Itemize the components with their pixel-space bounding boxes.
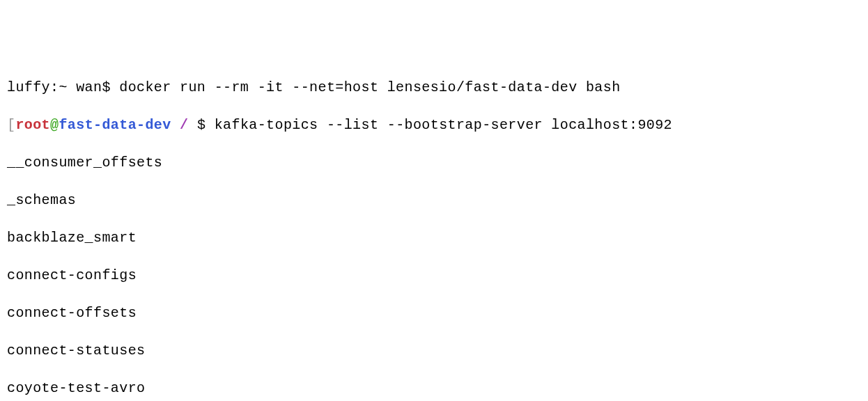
topic-output: _schemas	[7, 191, 861, 210]
topic-output: coyote-test-avro	[7, 379, 861, 398]
prompt-host: fast-data-dev	[59, 117, 171, 133]
topic-output: backblaze_smart	[7, 228, 861, 247]
prompt-bracket: [	[7, 117, 15, 133]
prompt-dollar: $	[197, 117, 215, 133]
local-prompt: luffy:~ wan$	[7, 79, 119, 95]
terminal-line-2: [root@fast-data-dev / $ kafka-topics --l…	[7, 116, 861, 134]
topic-output: __consumer_offsets	[7, 153, 861, 172]
prompt-user: root	[15, 117, 50, 133]
topic-output: connect-statuses	[7, 341, 861, 360]
topic-output: connect-offsets	[7, 304, 861, 322]
prompt-path: /	[171, 117, 197, 133]
kafka-command: kafka-topics --list --bootstrap-server l…	[215, 117, 672, 133]
topic-output: connect-configs	[7, 266, 861, 285]
docker-command: docker run --rm -it --net=host lensesio/…	[119, 79, 620, 95]
terminal-line-1: luffy:~ wan$ docker run --rm -it --net=h…	[7, 78, 861, 97]
prompt-at: @	[50, 117, 59, 133]
